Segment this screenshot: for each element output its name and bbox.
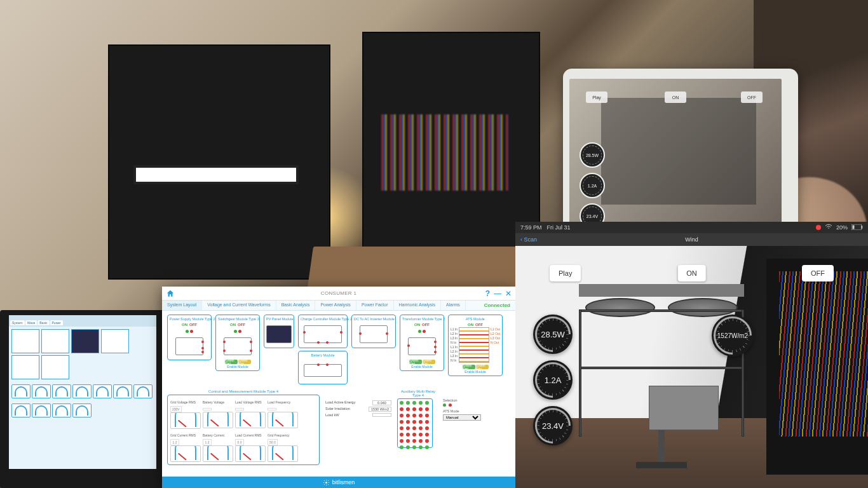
gauge-load-current: Load Current RMS 0.0 [235, 431, 266, 462]
brand-label: bitlismen [332, 479, 355, 485]
svg-rect-2 [862, 226, 863, 229]
ipad-status-bar: 7:59 PM Fri Jul 31 20% [515, 222, 868, 233]
ar-gauge-voltage: 23.4V [533, 406, 573, 445]
status-time: 7:59 PM [520, 224, 542, 231]
tablet-off-button[interactable]: OFF [741, 92, 763, 103]
tablet-screen: Play ON OFF 28.5W 1.2A 23.4V [569, 79, 782, 224]
battery-icon [851, 224, 863, 231]
gauge-battery-current: Battery Current 1.2 [203, 431, 233, 462]
ar-app-window: 7:59 PM Fri Jul 31 20% ‹ Scan Wind [515, 222, 868, 488]
module-pv-panel[interactable]: PV Panel Module [264, 315, 294, 348]
desktop-monitor: SystemWaveBasicPower [0, 310, 165, 488]
brand-bar: bitlismen [162, 477, 515, 488]
module-battery[interactable]: Battery Module [298, 351, 348, 384]
tablet-gauge-current: 1.2A [580, 173, 605, 198]
gauge-grid-current: Grid Current RMS 1.2 [170, 431, 201, 462]
module-charge-controller[interactable]: Charge Controller Module Type 2 [298, 315, 348, 348]
ar-nav-bar: ‹ Scan Wind [515, 233, 868, 246]
system-stop-button[interactable]: System Stop [238, 360, 251, 364]
tablet-on-button[interactable]: ON [665, 92, 686, 103]
ar-gauge-power: 28.5W [533, 315, 573, 354]
control-measure-title: Control and Measurement Module Type 4 [167, 390, 320, 393]
system-start-button[interactable]: System Start [225, 360, 238, 364]
gauge-load-frequency: Load Frequency [268, 398, 298, 429]
gauge-grid-frequency: Grid Frequency 50.0 [268, 431, 298, 462]
tab-power-analysis[interactable]: Power Analysis [315, 301, 356, 310]
tablet-play-button[interactable]: Play [586, 92, 607, 103]
home-icon[interactable] [166, 289, 175, 298]
tab-harmonic[interactable]: Harmonic Analysis [394, 301, 442, 310]
minimize-icon[interactable]: — [494, 289, 501, 298]
gauge-battery-voltage: Battery Voltage [203, 398, 233, 429]
ar-gauge-irradiance: 1527W/m2 [712, 315, 754, 356]
svg-point-0 [325, 482, 327, 484]
ar-play-button[interactable]: Play [550, 265, 581, 281]
ats-mode-select[interactable]: Manual [443, 414, 481, 421]
help-icon[interactable]: ? [485, 289, 490, 298]
ar-camera-view[interactable]: Play ON OFF 28.5W 1.2A 23.4V 1527W/m2 [515, 246, 868, 488]
gauges-panel: Grid Voltage RMS 230V Battery Voltage Lo… [167, 395, 320, 465]
tab-power-factor[interactable]: Power Factor [356, 301, 394, 310]
relay-matrix[interactable] [397, 398, 433, 448]
status-date: Fri Jul 31 [547, 224, 571, 231]
ar-on-button[interactable]: ON [677, 265, 706, 281]
tab-system-layout[interactable]: System Layout [162, 301, 202, 310]
ar-off-button[interactable]: OFF [802, 265, 834, 281]
tab-basic-analysis[interactable]: Basic Analysis [276, 301, 316, 310]
tab-waveforms[interactable]: Voltage and Current Waveforms [202, 301, 276, 310]
module-inverter[interactable]: DC To AC Inverter Module [351, 315, 396, 348]
close-icon[interactable]: ✕ [505, 289, 512, 298]
svg-rect-3 [853, 225, 855, 229]
gear-icon [323, 479, 330, 486]
aux-relay-title: Auxiliary Multi Relay Type 4 [397, 390, 439, 397]
module-transformer[interactable]: Transformer Module Type 2 ONOFF System S… [400, 315, 444, 371]
module-ats[interactable]: ATS Module ONOFF L1 InL2 InL3 InN In L1 … [448, 315, 503, 376]
recording-icon [816, 225, 821, 230]
tablet-gauge-power: 28.5W [580, 142, 605, 168]
app-title: CONSUMER 1 [162, 290, 515, 296]
scada-app-window: CONSUMER 1 ? — ✕ System Layout Voltage a… [162, 287, 515, 488]
stats-panel: Load Active Energy0.040 Solar Irradiatio… [323, 398, 393, 420]
ar-3d-rig [579, 284, 744, 468]
tab-alarms[interactable]: Alarms [441, 301, 466, 310]
module-switchgear[interactable]: Switchgear Module Type 3 ONOFF System St… [215, 315, 260, 371]
connection-status: Connected [479, 301, 515, 310]
ats-mode-block: Selection ATS Mode Manual [443, 398, 494, 421]
tablet-device: Play ON OFF 28.5W 1.2A 23.4V [563, 69, 798, 234]
back-button[interactable]: ‹ Scan [520, 236, 537, 243]
gauge-grid-voltage: Grid Voltage RMS 230V [170, 398, 201, 429]
battery-percent: 20% [836, 224, 848, 231]
tablet-gauge-voltage: 23.4V [580, 203, 605, 224]
module-power-supply[interactable]: Power Supply Module Type 2 ONOFF [167, 315, 212, 360]
ar-page-title: Wind [515, 236, 868, 243]
ar-gauge-current: 1.2A [533, 360, 573, 400]
tab-bar: System Layout Voltage and Current Wavefo… [162, 301, 515, 311]
wifi-icon [825, 224, 832, 231]
gauge-load-voltage: Load Voltage RMS [235, 398, 266, 429]
app-titlebar: CONSUMER 1 ? — ✕ [162, 287, 515, 301]
